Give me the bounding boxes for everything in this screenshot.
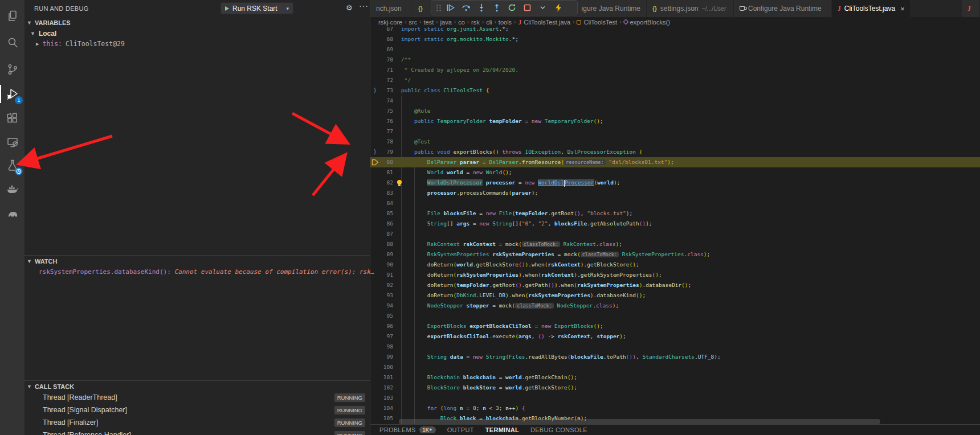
search-icon[interactable]	[0, 31, 24, 54]
code-line[interactable]: 104 for (long n = 0; n < 3; n++) {	[370, 403, 980, 413]
code-line[interactable]: 78 @Test	[370, 137, 980, 147]
code-editor[interactable]: 67import static org.junit.Assert.*;68imp…	[370, 0, 980, 426]
chevron-down-icon[interactable]	[535, 1, 550, 14]
stop-icon[interactable]	[520, 1, 535, 14]
breadcrumb-segment[interactable]: rskj-core	[378, 19, 402, 26]
breadcrumb-segment[interactable]: tools	[499, 19, 512, 26]
run-config-button[interactable]: Run RSK Start ▾	[220, 2, 293, 14]
code-line[interactable]: 80 DslParser parser = DslParser.fromReso…	[370, 157, 980, 167]
code-line[interactable]: 75 @Rule	[370, 106, 980, 116]
tab-configure-java-runtime[interactable]: Configure Java Runtime	[734, 0, 832, 17]
breadcrumb-segment[interactable]: CliToolsTest	[577, 19, 617, 26]
call-stack-thread[interactable]: Thread [Reference Handler]RUNNING	[24, 430, 370, 435]
code-line[interactable]: 101 Blockchain blockchain = world.getBlo…	[370, 372, 980, 383]
code-line[interactable]: 98	[370, 342, 980, 352]
breadcrumb-label: rskj-core	[378, 19, 402, 26]
code-line[interactable]: 83 processor.processCommands(parser);	[370, 188, 980, 198]
code-line[interactable]: 88 RskContext rskContext = mock(classToM…	[370, 239, 980, 249]
code-line[interactable]: 87	[370, 229, 980, 239]
variables-scope-local[interactable]: ▼ Local	[30, 30, 56, 38]
horizontal-scrollbar[interactable]	[399, 419, 880, 424]
call-stack-header[interactable]: ▼ CALL STACK	[27, 383, 74, 390]
code-line[interactable]: 93 doReturn(DbKind.LEVEL_DB).when(rskSys…	[370, 290, 980, 301]
breadcrumb-segment[interactable]: test	[424, 19, 434, 26]
code-line[interactable]: 70/**	[370, 55, 980, 65]
code-line[interactable]: 92 doReturn(tempFolder.getRoot().getPath…	[370, 280, 980, 290]
vscode-window: 1 RUN AND DEBUG Run RSK Start ▾ ⚙ ··· ▼ …	[0, 0, 980, 435]
more-actions-icon[interactable]: ···	[359, 1, 369, 10]
close-icon[interactable]: ×	[900, 5, 905, 13]
code-line[interactable]: 76 public TemporaryFolder tempFolder = n…	[370, 116, 980, 126]
chevron-down-icon[interactable]: ▾	[286, 6, 289, 11]
breadcrumb-segment[interactable]: src	[409, 19, 418, 26]
code-line[interactable]: 89 RskSystemProperties rskSystemProperti…	[370, 249, 980, 260]
tab-clitoolstest-java[interactable]: JCliToolsTest.java×	[832, 0, 910, 17]
code-line[interactable]: 99 String data = new String(Files.readAl…	[370, 352, 980, 362]
code-line[interactable]: 69	[370, 44, 980, 55]
docker-icon[interactable]	[0, 178, 24, 200]
code-line[interactable]: 74	[370, 96, 980, 106]
call-stack-thread[interactable]: Thread [ReaderThread]RUNNING	[24, 392, 370, 405]
code-line[interactable]: 90 doReturn(world.getBlockStore()).when(…	[370, 260, 980, 270]
code-line[interactable]: 102 BlockStore blockStore = world.getBlo…	[370, 383, 980, 393]
code-line[interactable]: 82 WorldDslProcessor processor = new Wor…	[370, 178, 980, 188]
panel-tab-output[interactable]: OUTPUT	[442, 425, 480, 433]
fold-marker-icon[interactable]: )	[373, 147, 377, 157]
code-line[interactable]: 71 * Created by ajlopez on 26/04/2020.	[370, 65, 980, 75]
source-control-icon[interactable]	[0, 58, 24, 81]
hot-code-replace-icon[interactable]	[550, 1, 566, 14]
gradle-icon[interactable]	[0, 202, 24, 224]
code-line[interactable]: )79 public void exportBlocks() throws IO…	[370, 147, 980, 157]
tab-overflow-java[interactable]: J	[962, 0, 980, 17]
code-line[interactable]: 84	[370, 198, 980, 208]
breadcrumb-segment[interactable]: JCliToolsTest.java	[518, 19, 570, 26]
breadcrumb-segment[interactable]: java	[440, 19, 452, 26]
run-and-debug-icon[interactable]: 1	[0, 83, 24, 105]
code-line[interactable]: 68import static org.mockito.Mockito.*;	[370, 34, 980, 44]
watch-expression[interactable]: rskSystemProperties.databaseKind(): Cann…	[39, 268, 374, 276]
code-line[interactable]: 96 ExportBlocks exportBlocksCliTool = ne…	[370, 321, 980, 331]
code-line[interactable]: 103	[370, 393, 980, 403]
continue-icon[interactable]	[443, 1, 458, 14]
gear-icon[interactable]: ⚙	[346, 3, 353, 12]
breadcrumb-segment[interactable]: exportBlocks()	[624, 19, 670, 26]
code-line[interactable]: )73public class CliToolsTest {	[370, 85, 980, 96]
extensions-icon[interactable]	[0, 107, 24, 130]
panel-tab-debug-console[interactable]: DEBUG CONSOLE	[525, 425, 593, 433]
variables-header[interactable]: ▼ VARIABLES	[27, 19, 71, 26]
call-stack-thread[interactable]: Thread [Signal Dispatcher]RUNNING	[24, 405, 370, 417]
code-line[interactable]: 97 exportBlocksCliTool.execute(args, () …	[370, 331, 980, 342]
breadcrumb-segment[interactable]: rsk	[471, 19, 480, 26]
breadcrumb-segment[interactable]: cli	[486, 19, 492, 26]
tab-launch-json[interactable]: nch.json	[370, 0, 411, 17]
panel-tab-problems[interactable]: PROBLEMS1K+	[374, 425, 442, 433]
variable-this[interactable]: ▶ this: CliToolsTest@29	[36, 40, 125, 48]
code-line[interactable]: 100	[370, 362, 980, 372]
panel-tab-terminal[interactable]: TERMINAL	[480, 425, 525, 433]
code-line[interactable]: 77	[370, 126, 980, 137]
testing-icon[interactable]	[0, 154, 24, 177]
tab-settings-json[interactable]: {}settings.json~/.../User	[647, 0, 734, 17]
remote-explorer-icon[interactable]	[0, 131, 24, 154]
breadcrumb-segment[interactable]: co	[458, 19, 465, 26]
code-line[interactable]: 95	[370, 311, 980, 321]
code-line[interactable]: 94 NodeStopper stopper = mock(classToMoc…	[370, 301, 980, 311]
line-number: 85	[370, 208, 393, 219]
fold-marker-icon[interactable]: )	[373, 85, 377, 96]
explorer-icon[interactable]	[0, 5, 24, 27]
lightbulb-icon[interactable]	[397, 180, 402, 184]
watch-header[interactable]: ▼ WATCH	[27, 258, 57, 265]
step-into-icon[interactable]	[473, 1, 489, 14]
code-line[interactable]: 91 doReturn(rskSystemProperties).when(rs…	[370, 270, 980, 280]
step-over-icon[interactable]	[458, 1, 473, 14]
breadcrumb-separator: ›	[482, 19, 484, 25]
code-line[interactable]: 81 World world = new World();	[370, 167, 980, 178]
breadcrumb-separator: ›	[467, 19, 469, 25]
call-stack-thread[interactable]: Thread [Finalizer]RUNNING	[24, 417, 370, 430]
code-line[interactable]: 85 File blocksFile = new File(tempFolder…	[370, 208, 980, 219]
code-line[interactable]: 72 */	[370, 75, 980, 85]
restart-icon[interactable]	[504, 1, 520, 14]
code-line[interactable]: 86 String[] args = new String[]{"0", "2"…	[370, 219, 980, 229]
step-out-icon[interactable]	[489, 1, 504, 14]
tab-description: ~/.../User	[702, 5, 726, 12]
